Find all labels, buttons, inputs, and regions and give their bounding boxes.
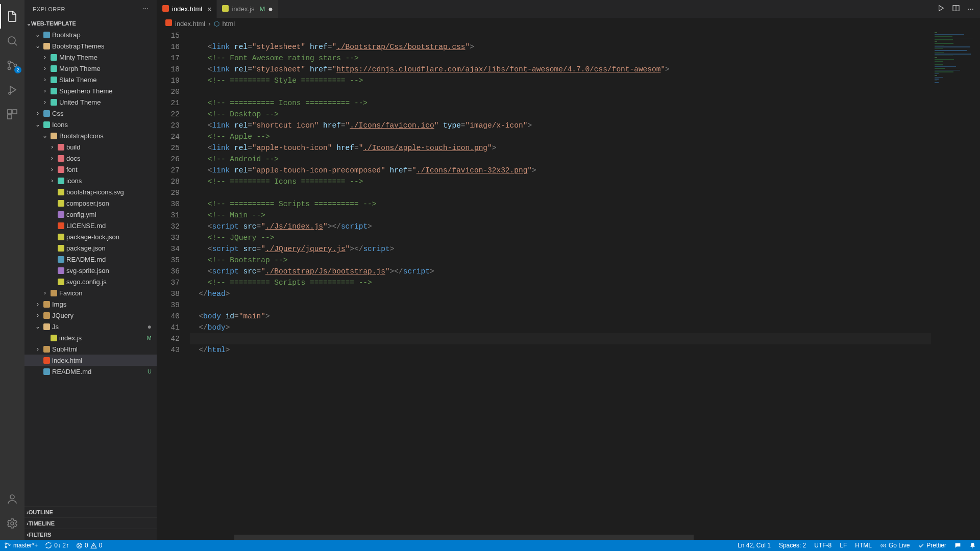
project-root[interactable]: ⌄ WEB-TEMPLATE	[24, 18, 157, 29]
code-line[interactable]: <!-- Desktop -->	[190, 109, 931, 120]
activity-source-control[interactable]: 2	[0, 53, 24, 78]
code-line[interactable]: </html>	[190, 344, 931, 356]
tree-item[interactable]: package-lock.json	[24, 231, 157, 242]
tree-item[interactable]: svg-sprite.json	[24, 265, 157, 276]
editor-tab[interactable]: index.jsM●	[217, 0, 279, 18]
status-feedback-icon[interactable]	[954, 542, 961, 549]
status-golive[interactable]: Go Live	[880, 542, 910, 549]
status-language[interactable]: HTML	[855, 542, 872, 549]
code-line[interactable]: <!-- Apple -->	[190, 131, 931, 142]
tree-item[interactable]: index.jsM	[24, 332, 157, 343]
horizontal-scrollbar[interactable]	[190, 535, 931, 540]
code-line[interactable]: <!-- ========== Icons ========== -->	[190, 97, 931, 109]
code-line[interactable]: <link rel="shortcut icon" href="./Icons/…	[190, 120, 931, 131]
scrollbar-thumb[interactable]	[234, 535, 694, 540]
editor-body[interactable]: 1516171819202122232425262728293031323334…	[157, 29, 980, 540]
status-eol[interactable]: LF	[840, 542, 847, 549]
code-content[interactable]: <link rel="stylesheet" href="./Bootstrap…	[190, 29, 931, 540]
status-branch[interactable]: master*+	[4, 542, 38, 549]
tree-item[interactable]: bootstrap-icons.svg	[24, 186, 157, 197]
code-line[interactable]: <!-- Bootstrap -->	[190, 255, 931, 266]
code-line[interactable]: </head>	[190, 288, 931, 299]
status-spaces[interactable]: Spaces: 2	[779, 542, 806, 549]
tree-item[interactable]: ›Imgs	[24, 298, 157, 310]
code-line[interactable]: <link rel="stylesheet" href="./Bootstrap…	[190, 41, 931, 53]
code-line[interactable]: <!-- Android -->	[190, 154, 931, 165]
tabs: index.html×index.jsM● ⋯	[157, 0, 980, 18]
more-icon[interactable]: ⋯	[967, 5, 974, 13]
tree-item-label: BootstrapIcons	[59, 132, 152, 140]
breadcrumbs[interactable]: index.html › ⬡ html	[157, 18, 980, 29]
activity-extensions[interactable]	[0, 102, 24, 127]
status-cursor[interactable]: Ln 42, Col 1	[738, 542, 771, 549]
tree-item[interactable]: ›Superhero Theme	[24, 85, 157, 96]
tree-item[interactable]: ⌄Bootstrap	[24, 29, 157, 40]
code-line[interactable]: <link rel="stylesheet" href="https://cdn…	[190, 64, 931, 75]
tree-item[interactable]: svgo.config.js	[24, 276, 157, 287]
code-line[interactable]	[190, 187, 931, 198]
tree-item[interactable]: index.html	[24, 355, 157, 366]
code-line[interactable]: <script src="./Bootstrap/Js/bootstrap.js…	[190, 266, 931, 277]
timeline-section[interactable]: ›TIMELINE	[24, 517, 157, 529]
status-encoding[interactable]: UTF-8	[814, 542, 831, 549]
status-bell-icon[interactable]	[969, 542, 976, 549]
code-line[interactable]: <link rel="apple-touch-icon-precomposed"…	[190, 165, 931, 176]
tree-item[interactable]: ›docs	[24, 153, 157, 164]
tree-item[interactable]: ›Morph Theme	[24, 63, 157, 74]
tree-item[interactable]: README.mdU	[24, 366, 157, 377]
tree-item[interactable]: ›Favicon	[24, 287, 157, 298]
sidebar-more-icon[interactable]: ⋯	[143, 6, 149, 12]
activity-settings[interactable]	[0, 511, 24, 536]
code-line[interactable]	[190, 30, 931, 41]
editor-area: index.html×index.jsM● ⋯ index.html › ⬡ h…	[157, 0, 980, 540]
code-line[interactable]: <!-- JQuery -->	[190, 232, 931, 243]
status-prettier[interactable]: Prettier	[918, 542, 946, 549]
code-line[interactable]: <!-- ========= Style ========== -->	[190, 75, 931, 86]
run-icon[interactable]	[937, 4, 945, 14]
code-line[interactable]: <link rel="apple-touch-icon" href="./Ico…	[190, 142, 931, 154]
code-line[interactable]: <!-- ========== Scripts ========== -->	[190, 198, 931, 210]
outline-section[interactable]: ›OUTLINE	[24, 506, 157, 517]
code-line[interactable]: <script src="./JQuery/jquery.js"></scrip…	[190, 243, 931, 255]
tree-item[interactable]: ›build	[24, 141, 157, 153]
activity-accounts[interactable]	[0, 487, 24, 511]
tree-item[interactable]: LICENSE.md	[24, 220, 157, 231]
code-line[interactable]: </body>	[190, 322, 931, 333]
tree-item[interactable]: ›JQuery	[24, 310, 157, 321]
tree-item[interactable]: ›Css	[24, 108, 157, 119]
tree-item[interactable]: ›font	[24, 164, 157, 175]
code-line[interactable]: <!-- Font Awesome rating stars -->	[190, 53, 931, 64]
tree-item[interactable]: ›Slate Theme	[24, 74, 157, 85]
tree-item[interactable]: ›icons	[24, 175, 157, 186]
tree-item[interactable]: config.yml	[24, 209, 157, 220]
close-icon[interactable]: ×	[207, 5, 211, 13]
status-problems[interactable]: 0 0	[76, 542, 102, 549]
tree-item[interactable]: ⌄BootstrapThemes	[24, 40, 157, 52]
tree-item[interactable]: composer.json	[24, 197, 157, 209]
minimap[interactable]	[931, 29, 980, 540]
tree-item[interactable]: ⌄Js●	[24, 321, 157, 332]
tree-item[interactable]: ›Minty Theme	[24, 52, 157, 63]
split-editor-icon[interactable]	[952, 4, 960, 14]
filters-section[interactable]: ›FILTERS	[24, 529, 157, 540]
tree-item[interactable]: ›SubHtml	[24, 343, 157, 355]
code-line[interactable]: <body id="main">	[190, 311, 931, 322]
code-line[interactable]: <!-- ========= Icons ========== -->	[190, 176, 931, 187]
tree-item[interactable]: ›United Theme	[24, 96, 157, 108]
code-line[interactable]: <!-- Main -->	[190, 210, 931, 221]
tree-item[interactable]: ⌄BootstrapIcons	[24, 130, 157, 141]
editor-tab[interactable]: index.html×	[157, 0, 217, 18]
code-line[interactable]: <!-- ========= Scripts ========== -->	[190, 277, 931, 288]
code-line[interactable]	[190, 299, 931, 311]
tree-item[interactable]: package.json	[24, 242, 157, 254]
code-line[interactable]: <script src="./Js/index.js"></script>	[190, 221, 931, 232]
chevron-icon: ›	[34, 300, 42, 308]
tree-item[interactable]: README.md	[24, 254, 157, 265]
activity-search[interactable]	[0, 29, 24, 53]
tree-item[interactable]: ⌄Icons	[24, 119, 157, 130]
code-line[interactable]	[190, 86, 931, 97]
activity-explorer[interactable]	[0, 4, 24, 29]
code-line[interactable]	[190, 333, 931, 344]
status-sync[interactable]: 0↓ 2↑	[45, 542, 69, 549]
activity-run-debug[interactable]	[0, 78, 24, 102]
